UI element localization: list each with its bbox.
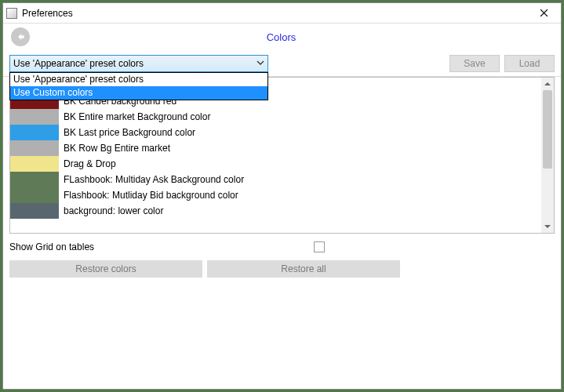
select-dropdown: Use 'Appearance' preset colors Use Custo… (9, 72, 268, 100)
preferences-window: Preferences Colors Use 'Appearance' pres… (2, 2, 562, 390)
color-swatch (10, 156, 59, 172)
color-mode-select[interactable]: Use 'Appearance' preset colors Use 'Appe… (9, 55, 268, 72)
color-swatch (10, 203, 59, 219)
save-button[interactable]: Save (449, 55, 500, 72)
color-row[interactable]: BK Last price Background color (10, 125, 541, 140)
window-title: Preferences (22, 8, 73, 19)
color-label: Drag & Drop (59, 158, 116, 169)
restore-colors-button[interactable]: Restore colors (9, 260, 202, 278)
select-value: Use 'Appearance' preset colors (13, 58, 144, 69)
restore-all-button[interactable]: Restore all (207, 260, 400, 278)
app-icon (6, 8, 17, 19)
option-appearance-preset[interactable]: Use 'Appearance' preset colors (10, 73, 267, 86)
titlebar: Preferences (3, 3, 561, 24)
toolbar: Use 'Appearance' preset colors Use 'Appe… (3, 50, 561, 77)
close-icon (540, 9, 548, 17)
color-row[interactable]: Flashbook: Mutliday Bid background color (10, 187, 541, 203)
option-label: Use Custom colors (13, 87, 93, 98)
show-grid-label: Show Grid on tables (9, 241, 94, 252)
color-row[interactable]: BK Entire market Background color (10, 109, 541, 125)
show-grid-row: Show Grid on tables (9, 238, 555, 256)
color-swatch (10, 109, 59, 125)
header: Colors (3, 24, 561, 50)
color-row[interactable]: FLashbook: Multiday Ask Background color (10, 172, 541, 187)
option-label: Use 'Appearance' preset colors (13, 74, 144, 85)
show-grid-checkbox[interactable] (314, 241, 325, 252)
color-label: BK Last price Background color (59, 127, 195, 138)
scroll-thumb[interactable] (543, 90, 552, 169)
color-swatch (10, 125, 59, 140)
color-row[interactable]: Drag & Drop (10, 156, 541, 172)
chevron-down-icon (256, 58, 265, 70)
scroll-down-button[interactable] (541, 220, 554, 233)
button-row: Restore colors Restore all (9, 260, 555, 278)
select-display[interactable]: Use 'Appearance' preset colors (9, 55, 268, 72)
scroll-track[interactable] (541, 90, 554, 220)
color-swatch (10, 140, 59, 156)
option-custom-colors[interactable]: Use Custom colors (10, 86, 267, 100)
load-button[interactable]: Load (504, 55, 555, 72)
color-label: BK Row Bg Entire market (59, 143, 170, 154)
chevron-up-icon (544, 80, 551, 88)
color-swatch (10, 187, 59, 203)
color-list: BK Candel background green BK Candel bac… (10, 78, 541, 233)
main-area: BK Candel background green BK Candel bac… (3, 77, 561, 389)
page-title: Colors (9, 31, 553, 43)
color-list-panel: BK Candel background green BK Candel bac… (9, 77, 555, 234)
scroll-up-button[interactable] (541, 78, 554, 90)
scrollbar[interactable] (541, 78, 554, 233)
color-label: BK Entire market Background color (59, 111, 210, 122)
color-label: background: lower color (59, 205, 163, 216)
color-label: FLashbook: Multiday Ask Background color (59, 174, 244, 185)
chevron-down-icon (544, 223, 551, 230)
color-row[interactable]: background: lower color (10, 203, 541, 219)
color-label: Flashbook: Mutliday Bid background color (59, 190, 238, 201)
color-swatch (10, 172, 59, 187)
close-button[interactable] (529, 3, 558, 24)
color-row[interactable]: BK Row Bg Entire market (10, 140, 541, 156)
